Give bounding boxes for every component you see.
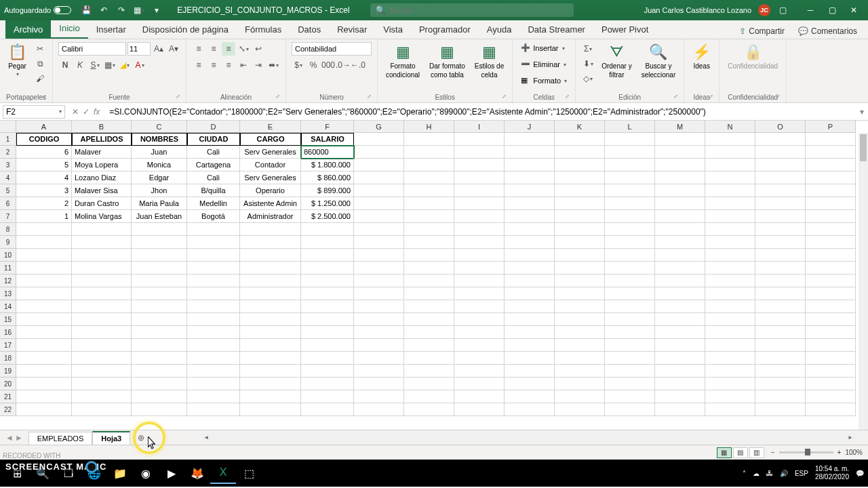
tab-vista[interactable]: Vista	[375, 20, 411, 39]
cell[interactable]	[505, 159, 555, 171]
cell[interactable]	[404, 326, 454, 339]
col-header-A[interactable]: A	[16, 121, 72, 133]
cell[interactable]	[240, 403, 301, 416]
cell[interactable]: Lozano Diaz	[72, 171, 132, 184]
cell[interactable]	[301, 274, 354, 287]
cell[interactable]	[755, 133, 806, 146]
cell[interactable]: Operario	[240, 184, 301, 197]
cell[interactable]: $ 1.250.000	[301, 197, 354, 210]
col-header-E[interactable]: E	[240, 121, 301, 133]
cell[interactable]	[555, 133, 605, 146]
cell[interactable]	[72, 249, 132, 262]
page-break-view-button[interactable]: ▥	[749, 447, 764, 458]
cell[interactable]	[454, 171, 505, 184]
cell[interactable]	[404, 352, 454, 365]
cell[interactable]	[655, 274, 705, 287]
cell[interactable]	[16, 313, 72, 326]
cell[interactable]	[404, 184, 454, 197]
network-icon[interactable]: 🖧	[766, 470, 773, 477]
row-header-20[interactable]: 20	[0, 378, 16, 390]
cell[interactable]	[16, 390, 72, 403]
cell[interactable]	[187, 339, 240, 352]
cell[interactable]	[72, 378, 132, 390]
cell[interactable]	[404, 262, 454, 274]
cell[interactable]	[354, 313, 404, 326]
cell[interactable]	[132, 249, 187, 262]
cell[interactable]	[404, 159, 454, 171]
cell[interactable]: Cali	[187, 146, 240, 159]
cell[interactable]	[132, 365, 187, 378]
enter-formula-icon[interactable]: ✓	[83, 107, 90, 117]
align-top-button[interactable]: ≡	[192, 42, 205, 56]
cell[interactable]	[454, 339, 505, 352]
cell[interactable]	[505, 133, 555, 146]
cell[interactable]	[187, 236, 240, 249]
number-format-select[interactable]	[292, 42, 372, 56]
cell[interactable]	[240, 352, 301, 365]
cell[interactable]	[806, 159, 856, 171]
tab-disposicion[interactable]: Disposición de página	[134, 20, 237, 39]
comments-button[interactable]: 💬Comentarios	[793, 24, 863, 39]
col-header-I[interactable]: I	[454, 121, 505, 133]
ideas-button[interactable]: ⚡Ideas	[690, 42, 713, 71]
cell[interactable]	[354, 146, 404, 159]
cell[interactable]	[354, 378, 404, 390]
row-header-3[interactable]: 3	[0, 159, 16, 171]
cell[interactable]	[655, 262, 705, 274]
row-header-4[interactable]: 4	[0, 171, 16, 184]
cell[interactable]	[655, 352, 705, 365]
cell[interactable]: Juan	[132, 146, 187, 159]
cell[interactable]	[354, 171, 404, 184]
cell[interactable]	[354, 339, 404, 352]
delete-cells-button[interactable]: ➖Eliminar▾	[518, 58, 569, 70]
cell[interactable]: Molina Vargas	[72, 210, 132, 223]
increase-decimal-button[interactable]: .0→	[336, 58, 350, 72]
cell[interactable]	[755, 352, 806, 365]
autosave-toggle[interactable]: Autoguardado	[4, 6, 71, 14]
wrap-text-button[interactable]: ↩	[252, 42, 265, 56]
increase-indent-button[interactable]: ⇥	[252, 58, 265, 72]
cell[interactable]	[132, 262, 187, 274]
cell[interactable]	[187, 223, 240, 236]
cell[interactable]	[806, 313, 856, 326]
format-table-button[interactable]: ▦Dar formatocomo tabla	[427, 42, 468, 80]
decrease-decimal-button[interactable]: ←.0	[351, 58, 365, 72]
tab-ayuda[interactable]: Ayuda	[479, 20, 520, 39]
cell[interactable]	[505, 210, 555, 223]
cell[interactable]	[655, 326, 705, 339]
cell[interactable]	[240, 236, 301, 249]
col-header-L[interactable]: L	[605, 121, 655, 133]
cell[interactable]	[505, 313, 555, 326]
cell[interactable]	[555, 249, 605, 262]
cell[interactable]: SALARIO	[301, 133, 354, 146]
cut-button[interactable]: ✂	[33, 42, 47, 56]
recorder-icon[interactable]: ⬚	[236, 462, 262, 484]
cell[interactable]	[16, 352, 72, 365]
ribbon-display-icon[interactable]: ▢	[777, 5, 788, 16]
cell[interactable]	[705, 210, 755, 223]
cell[interactable]	[454, 262, 505, 274]
cell[interactable]	[454, 146, 505, 159]
cell[interactable]	[301, 223, 354, 236]
cell[interactable]	[72, 223, 132, 236]
cell[interactable]	[755, 313, 806, 326]
vertical-scrollbar[interactable]	[859, 133, 868, 430]
cell[interactable]	[72, 236, 132, 249]
volume-icon[interactable]: 🔊	[780, 470, 788, 477]
qat-customize-icon[interactable]: ▾	[151, 5, 162, 16]
cell[interactable]	[505, 300, 555, 313]
col-header-K[interactable]: K	[555, 121, 605, 133]
cell[interactable]: Medellin	[187, 197, 240, 210]
increase-font-button[interactable]: A▴	[152, 42, 165, 56]
onedrive-icon[interactable]: ☁	[753, 470, 760, 477]
format-painter-button[interactable]: 🖌	[33, 72, 47, 85]
cell[interactable]	[72, 274, 132, 287]
cell[interactable]	[16, 262, 72, 274]
cell[interactable]	[240, 326, 301, 339]
cell[interactable]	[505, 171, 555, 184]
explorer-icon[interactable]: 📁	[107, 462, 133, 484]
cell[interactable]	[755, 159, 806, 171]
user-avatar[interactable]: JC	[758, 4, 770, 16]
cell[interactable]	[454, 133, 505, 146]
cell[interactable]	[655, 223, 705, 236]
